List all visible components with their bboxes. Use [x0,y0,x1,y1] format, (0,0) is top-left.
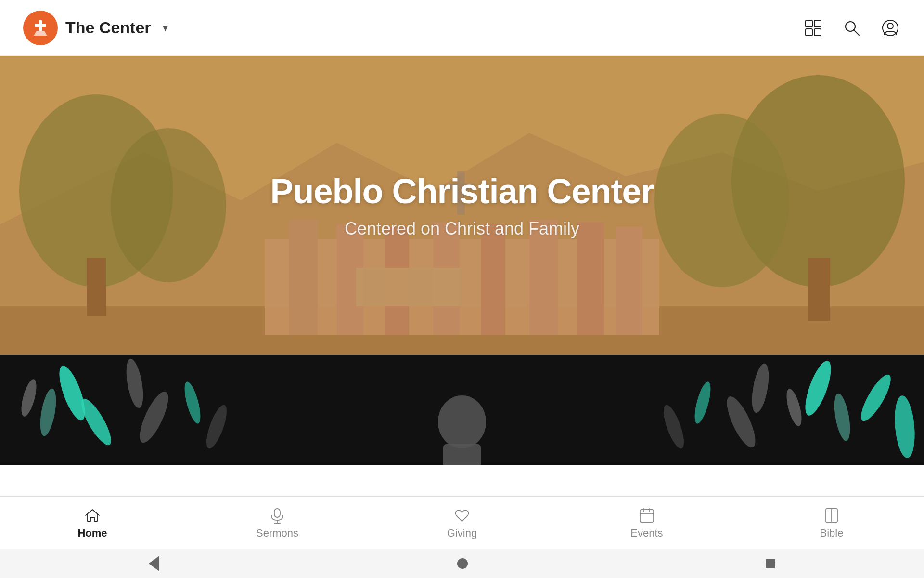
bible-icon [823,507,840,524]
profile-button[interactable] [880,17,901,39]
messages-button[interactable] [803,17,824,39]
app-header: The Center ▾ [0,0,924,56]
heart-icon [453,507,471,524]
nav-label-home: Home [77,527,107,539]
recent-button[interactable] [766,559,775,568]
back-button[interactable] [149,556,159,571]
svg-rect-5 [814,29,821,36]
svg-line-7 [854,30,859,35]
logo-icon [30,17,51,39]
home-icon [84,507,101,524]
svg-rect-2 [806,20,812,27]
home-button[interactable] [457,558,468,569]
messages-icon [804,19,822,37]
hero-text-block: Pueblo Christian Center Centered on Chri… [270,171,654,239]
svg-rect-56 [640,510,654,522]
back-icon [149,556,159,571]
nav-item-bible[interactable]: Bible [739,503,924,543]
microphone-icon [269,507,286,524]
header-left: The Center ▾ [23,11,168,45]
recent-icon [766,559,775,568]
app-logo[interactable] [23,11,58,45]
home-system-icon [457,558,468,569]
nav-label-events: Events [630,527,663,539]
hero-title: Pueblo Christian Center [270,171,654,211]
calendar-icon [638,507,655,524]
svg-rect-52 [443,444,481,465]
svg-rect-3 [814,20,821,27]
system-bar [0,549,924,578]
svg-point-9 [887,23,893,29]
svg-point-51 [438,395,486,448]
app-name-label: The Center [65,18,151,37]
search-button[interactable] [841,17,862,39]
hero-section: Pueblo Christian Center Centered on Chri… [0,56,924,355]
nav-item-home[interactable]: Home [0,503,185,543]
nav-label-giving: Giving [447,527,477,539]
search-icon [843,19,861,37]
nav-item-events[interactable]: Events [554,503,739,543]
nav-item-sermons[interactable]: Sermons [185,503,370,543]
svg-rect-53 [274,509,280,517]
svg-rect-4 [806,29,812,36]
chevron-down-icon[interactable]: ▾ [163,22,168,34]
bottom-nav: Home Sermons Giving Events Bible [0,496,924,549]
header-right [803,17,901,39]
promo-section [0,355,924,465]
profile-icon [881,19,899,37]
hero-subtitle: Centered on Christ and Family [270,219,654,239]
nav-label-bible: Bible [820,527,844,539]
promo-background [0,355,924,465]
nav-label-sermons: Sermons [256,527,298,539]
nav-item-giving[interactable]: Giving [370,503,554,543]
svg-rect-1 [35,24,46,27]
